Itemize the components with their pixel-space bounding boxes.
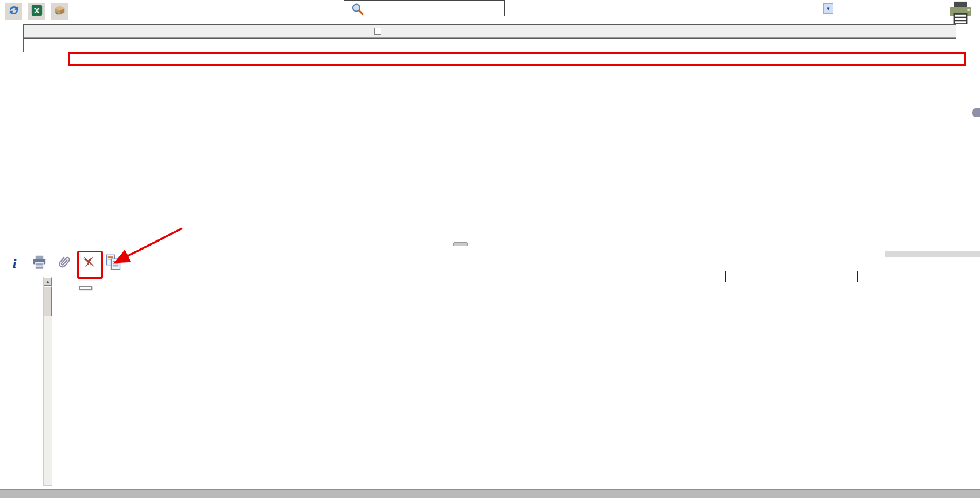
- print-button[interactable]: [947, 1, 974, 27]
- info-icon: i: [13, 256, 17, 271]
- display-checkbox[interactable]: [374, 28, 381, 35]
- export-excel-button[interactable]: X: [28, 2, 45, 20]
- excel-icon: X: [30, 4, 43, 19]
- search-box[interactable]: [344, 0, 505, 16]
- pagination-bottom: [24, 38, 956, 52]
- scrollbar-thumb[interactable]: [44, 286, 52, 316]
- order-toolbar: i: [6, 254, 122, 273]
- copy-icon: [105, 254, 122, 273]
- refresh-button[interactable]: [5, 2, 22, 20]
- panel-edge: [885, 251, 980, 257]
- top-toolbar: X: [5, 2, 68, 20]
- archive-button[interactable]: [51, 2, 68, 20]
- horizontal-scrollbar[interactable]: [0, 489, 980, 498]
- buildings-side-tab[interactable]: [972, 108, 980, 117]
- info-button[interactable]: i: [6, 254, 23, 273]
- app-screen: X ▼: [0, 0, 980, 498]
- pane-splitter-handle[interactable]: [453, 242, 468, 246]
- pagination-top: [24, 25, 956, 38]
- attachment-button[interactable]: [55, 254, 72, 273]
- print-order-button[interactable]: [30, 254, 48, 273]
- orders-grid: [23, 24, 956, 52]
- order-document: [55, 277, 860, 487]
- refresh-icon: [7, 4, 20, 19]
- copy-order-tooltip: [79, 286, 92, 290]
- preview-scrollbar[interactable]: ▲: [43, 277, 52, 486]
- display-toggle: [371, 28, 381, 35]
- copy-order-button[interactable]: [105, 254, 122, 273]
- scroll-up-icon[interactable]: ▲: [44, 277, 52, 286]
- view-selector: ▼: [823, 3, 840, 14]
- chevron-down-icon[interactable]: ▼: [823, 3, 833, 14]
- delete-x-icon: [82, 255, 96, 271]
- delete-order-button[interactable]: [80, 254, 97, 273]
- paperclip-icon: [55, 254, 72, 273]
- archive-box-icon: [53, 4, 66, 19]
- printer-icon: [32, 255, 47, 272]
- search-icon[interactable]: [350, 2, 365, 18]
- panel-divider: [897, 247, 897, 489]
- svg-text:X: X: [34, 6, 39, 14]
- annotation-row-highlight: [68, 52, 966, 66]
- order-status-box: [725, 271, 858, 282]
